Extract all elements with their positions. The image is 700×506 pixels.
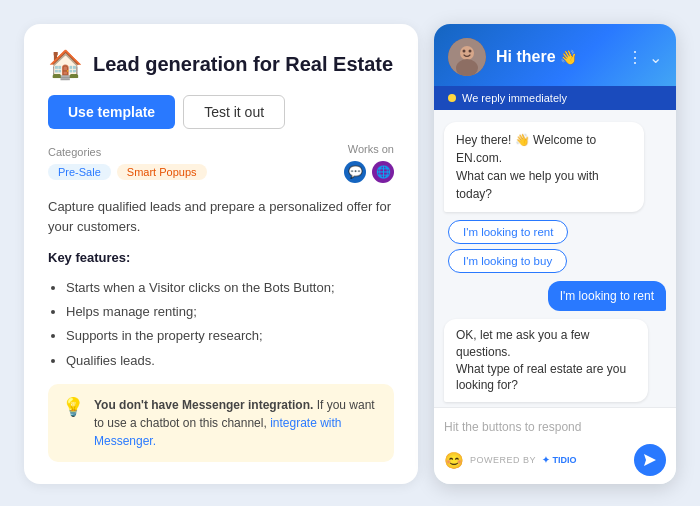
button-row: Use template Test it out (48, 95, 394, 129)
meta-right: Works on 💬 🌐 (344, 143, 394, 183)
chevron-down-icon[interactable]: ⌄ (649, 48, 662, 67)
status-dot (448, 94, 456, 102)
use-template-button[interactable]: Use template (48, 95, 175, 129)
main-container: 🏠 Lead generation for Real Estate Use te… (0, 0, 700, 506)
test-it-out-button[interactable]: Test it out (183, 95, 285, 129)
bot-message-1: Hey there! 👋 Welcome to EN.com.What can … (444, 122, 644, 212)
more-options-icon[interactable]: ⋮ (627, 48, 643, 67)
svg-point-4 (469, 50, 472, 53)
chat-input-left: 😊 POWERED BY ✦ TIDIO (444, 451, 578, 470)
quick-reply-buy[interactable]: I'm looking to buy (448, 249, 567, 273)
notice-bold: You don't have Messenger integration. (94, 398, 313, 412)
panel-header: 🏠 Lead generation for Real Estate (48, 48, 394, 81)
messenger-icon: 💬 (344, 161, 366, 183)
user-message-1: I'm looking to rent (548, 281, 666, 311)
categories-label: Categories (48, 146, 207, 158)
tag-smart-popups: Smart Popups (117, 164, 207, 180)
web-icon: 🌐 (372, 161, 394, 183)
chat-header: Hi there 👋 ⋮ ⌄ (434, 24, 676, 86)
features-list: Starts when a Visitor clicks on the Bots… (48, 279, 394, 370)
key-features-section: Key features: (48, 250, 394, 265)
svg-point-3 (463, 50, 466, 53)
tidio-logo: ✦ TIDIO (542, 453, 578, 467)
bot-message-2: OK, let me ask you a few questions.What … (444, 319, 648, 402)
works-on-label: Works on (348, 143, 394, 155)
svg-point-1 (460, 46, 474, 60)
list-item: Qualifies leads. (66, 352, 394, 370)
quick-reply-row: I'm looking to rent I'm looking to buy (444, 220, 666, 273)
send-button[interactable] (634, 444, 666, 476)
home-icon: 🏠 (48, 48, 83, 81)
chat-status-bar: We reply immediately (434, 86, 676, 110)
key-features-title: Key features: (48, 250, 394, 265)
chat-title: Hi there 👋 (496, 48, 617, 66)
meta-row: Categories Pre-Sale Smart Popups Works o… (48, 143, 394, 183)
list-item: Helps manage renting; (66, 303, 394, 321)
notice-text: You don't have Messenger integration. If… (94, 396, 380, 450)
notice-icon: 💡 (62, 396, 84, 418)
chat-input-placeholder[interactable]: Hit the buttons to respond (444, 416, 666, 438)
quick-reply-rent[interactable]: I'm looking to rent (448, 220, 568, 244)
wave-emoji: 👋 (560, 49, 577, 65)
description-text: Capture qualified leads and prepare a pe… (48, 197, 394, 236)
panel-title: Lead generation for Real Estate (93, 53, 393, 76)
svg-text:✦ TIDIO: ✦ TIDIO (542, 455, 577, 465)
left-panel: 🏠 Lead generation for Real Estate Use te… (24, 24, 418, 484)
tag-presale: Pre-Sale (48, 164, 111, 180)
works-icons: 💬 🌐 (344, 161, 394, 183)
chat-input-bottom: 😊 POWERED BY ✦ TIDIO (444, 444, 666, 476)
tags-row: Pre-Sale Smart Popups (48, 164, 207, 180)
chat-header-icons: ⋮ ⌄ (627, 48, 662, 67)
chat-avatar (448, 38, 486, 76)
list-item: Starts when a Visitor clicks on the Bots… (66, 279, 394, 297)
powered-by-label: POWERED BY (470, 455, 536, 465)
chat-input-area: Hit the buttons to respond 😊 POWERED BY … (434, 407, 676, 484)
chat-body: Hey there! 👋 Welcome to EN.com.What can … (434, 110, 676, 407)
list-item: Supports in the property research; (66, 327, 394, 345)
status-text: We reply immediately (462, 92, 567, 104)
emoji-icon[interactable]: 😊 (444, 451, 464, 470)
meta-left: Categories Pre-Sale Smart Popups (48, 146, 207, 180)
chat-widget: Hi there 👋 ⋮ ⌄ We reply immediately Hey … (434, 24, 676, 484)
messenger-notice: 💡 You don't have Messenger integration. … (48, 384, 394, 462)
